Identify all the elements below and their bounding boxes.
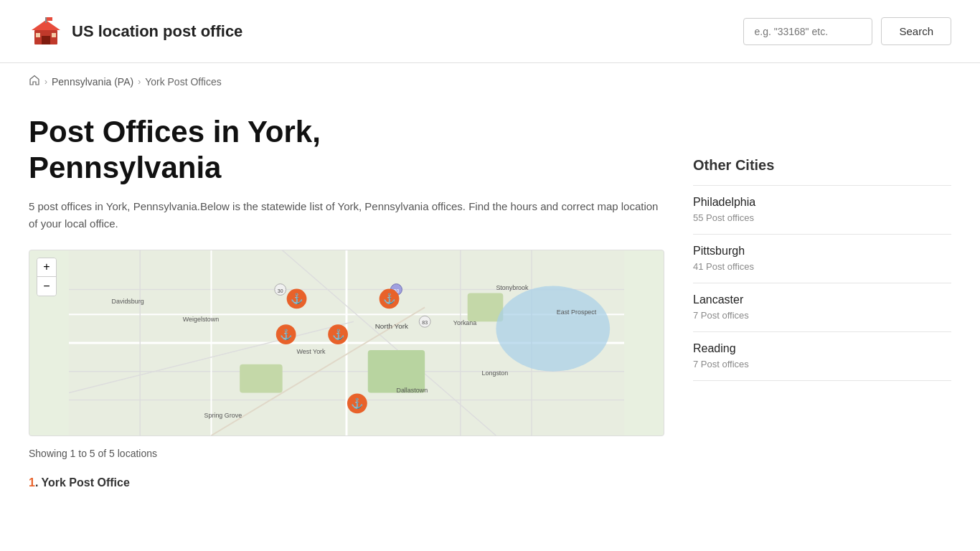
svg-rect-2 (42, 36, 50, 44)
svg-text:Dallastown: Dallastown (396, 387, 428, 394)
svg-rect-23 (468, 293, 504, 321)
svg-rect-22 (240, 364, 283, 393)
post-office-item: 1. York Post Office (29, 476, 664, 489)
site-logo[interactable]: US location post office (29, 14, 743, 49)
page-description: 5 post offices in York, Pennsylvania.Bel… (29, 198, 664, 232)
svg-text:Davidsburg: Davidsburg (112, 298, 144, 305)
sidebar: Other Cities Philadelphia 55 Post office… (693, 114, 951, 498)
content-area: Post Offices in York, Pennsylvania 5 pos… (29, 114, 664, 498)
svg-text:⚓: ⚓ (280, 329, 293, 341)
logo-icon (29, 14, 63, 49)
city-item-philadelphia: Philadelphia 55 Post offices (693, 185, 951, 235)
svg-text:⚓: ⚓ (351, 397, 364, 410)
svg-rect-4 (52, 33, 56, 37)
breadcrumb-current: York Post Offices (145, 76, 222, 88)
map-zoom-out[interactable]: − (37, 277, 56, 296)
post-office-name: 1. York Post Office (29, 476, 664, 489)
city-count-philadelphia: 55 Post offices (693, 212, 754, 223)
city-link-reading[interactable]: Reading (693, 342, 951, 355)
search-button[interactable]: Search (881, 17, 951, 45)
svg-text:Longston: Longston (482, 369, 509, 376)
svg-text:Weigelstown: Weigelstown (183, 316, 219, 323)
svg-text:East Prospect: East Prospect (557, 309, 597, 316)
svg-rect-6 (47, 17, 52, 21)
page-title: Post Offices in York, Pennsylvania (29, 114, 664, 187)
svg-rect-3 (36, 33, 40, 37)
home-icon (29, 75, 40, 86)
city-link-lancaster[interactable]: Lancaster (693, 293, 951, 306)
city-item-lancaster: Lancaster 7 Post offices (693, 283, 951, 332)
sidebar-title: Other Cities (693, 114, 951, 174)
svg-text:Stonybrook: Stonybrook (496, 283, 529, 291)
city-count-lancaster: 7 Post offices (693, 310, 749, 321)
svg-text:83: 83 (422, 320, 428, 325)
map-container: + − (29, 250, 664, 436)
breadcrumb-sep-2: › (138, 77, 141, 87)
site-title: US location post office (72, 22, 242, 41)
city-count-pittsburgh: 41 Post offices (693, 261, 754, 272)
city-item-reading: Reading 7 Post offices (693, 332, 951, 381)
breadcrumb-home-link[interactable] (29, 75, 40, 88)
city-count-reading: 7 Post offices (693, 359, 749, 369)
search-input[interactable] (743, 18, 872, 45)
svg-point-24 (496, 286, 610, 371)
city-item-pittsburgh: Pittsburgh 41 Post offices (693, 235, 951, 283)
search-area: Search (743, 17, 951, 45)
city-link-philadelphia[interactable]: Philadelphia (693, 196, 951, 209)
svg-text:North York: North York (375, 322, 408, 330)
svg-text:⚓: ⚓ (383, 293, 396, 305)
map-zoom-in[interactable]: + (37, 258, 56, 277)
svg-text:Spring Grove: Spring Grove (204, 412, 242, 419)
city-link-pittsburgh[interactable]: Pittsburgh (693, 245, 951, 258)
svg-text:⚓: ⚓ (291, 293, 303, 305)
svg-rect-5 (45, 17, 47, 23)
svg-text:⚓: ⚓ (332, 329, 345, 341)
header: US location post office Search (0, 0, 980, 63)
showing-text: Showing 1 to 5 of 5 locations (29, 448, 664, 459)
breadcrumb-state-link[interactable]: Pennsylvania (PA) (52, 76, 133, 88)
city-list: Philadelphia 55 Post offices Pittsburgh … (693, 185, 951, 381)
item-number: 1 (29, 476, 35, 489)
breadcrumb-sep-1: › (44, 77, 47, 87)
map-svg: North York West York Weigelstown Yorkana… (29, 250, 664, 435)
map-controls: + − (37, 258, 57, 296)
main-container: Post Offices in York, Pennsylvania 5 pos… (0, 100, 980, 512)
svg-text:West York: West York (297, 348, 326, 355)
breadcrumb: › Pennsylvania (PA) › York Post Offices (0, 63, 980, 100)
svg-text:Yorkana: Yorkana (453, 319, 476, 326)
svg-text:30: 30 (278, 288, 283, 293)
